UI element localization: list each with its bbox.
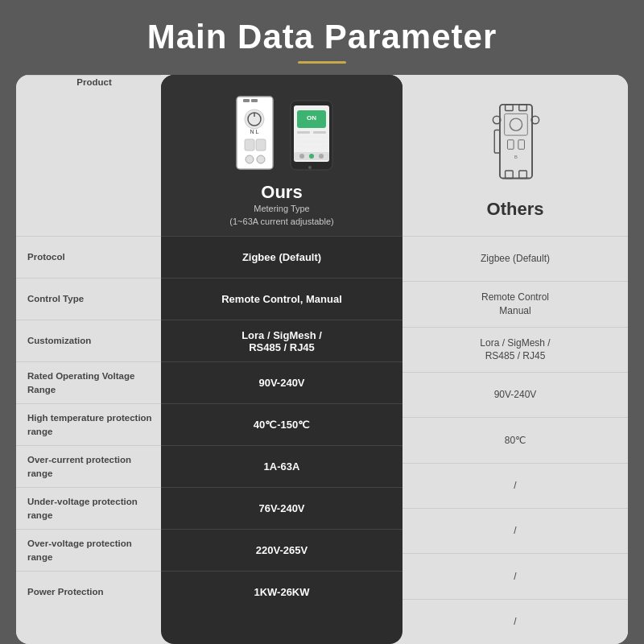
- ours-row-7: 220V-265V: [161, 529, 402, 571]
- others-header: B Others: [402, 75, 628, 236]
- ours-device-icon: N L: [229, 95, 281, 175]
- svg-text:N  L: N L: [250, 129, 258, 134]
- label-row-4: High temperature protection range: [16, 403, 161, 445]
- ours-row-8: 1KW-26KW: [161, 571, 402, 613]
- ours-app-icon: ON: [287, 99, 336, 171]
- svg-rect-1: [243, 99, 250, 102]
- ours-sublabel: Metering Type(1~63A current adjustable): [229, 203, 333, 228]
- others-row-5: /: [402, 463, 628, 508]
- others-row-8: /: [402, 599, 628, 644]
- svg-point-10: [257, 155, 265, 163]
- svg-rect-7: [245, 139, 254, 151]
- ours-label: Ours: [261, 182, 302, 203]
- others-label: Others: [479, 191, 552, 228]
- others-row-3: 90V-240V: [402, 372, 628, 417]
- svg-point-31: [510, 118, 522, 130]
- product-label-text: Product: [76, 76, 111, 89]
- svg-point-9: [246, 155, 254, 163]
- svg-point-24: [308, 166, 312, 169]
- ours-row-5: 1A-63A: [161, 445, 402, 487]
- ours-row-0: Zigbee (Default): [161, 236, 402, 278]
- svg-rect-8: [256, 139, 266, 151]
- label-row-6: Under-voltage protection range: [16, 487, 161, 529]
- others-row-0: Zigbee (Default): [402, 236, 628, 281]
- others-row-4: 80℃: [402, 417, 628, 462]
- label-row-2: Customization: [16, 320, 161, 361]
- ours-header: N L ON: [161, 75, 402, 236]
- svg-text:ON: ON: [307, 114, 316, 122]
- svg-point-22: [309, 154, 314, 159]
- label-row-0: Protocol: [16, 236, 161, 278]
- svg-point-23: [319, 154, 324, 159]
- label-row-1: Control Type: [16, 278, 161, 320]
- others-column: B Others Zigbee (Default)Remote ControlM…: [402, 75, 628, 644]
- label-row-5: Over-current protection range: [16, 445, 161, 487]
- ours-row-4: 40℃-150℃: [161, 403, 402, 445]
- svg-rect-15: [297, 131, 310, 134]
- label-row-8: Power Protection: [16, 571, 161, 613]
- svg-rect-16: [313, 131, 326, 134]
- others-device-icon: B: [489, 103, 542, 188]
- ours-column: N L ON: [161, 75, 402, 644]
- svg-rect-35: [518, 171, 526, 179]
- ours-row-6: 76V-240V: [161, 487, 402, 529]
- svg-rect-26: [505, 105, 513, 111]
- label-row-7: Over-voltage protection range: [16, 529, 161, 571]
- product-label-header: Product: [16, 75, 161, 236]
- comparison-table: Product ProtocolControl TypeCustomizatio…: [16, 75, 628, 644]
- svg-rect-17: [297, 136, 326, 138]
- svg-rect-32: [507, 140, 514, 149]
- svg-rect-19: [297, 146, 326, 147]
- label-row-3: Rated Operating Voltage Range: [16, 361, 161, 403]
- others-row-7: /: [402, 553, 628, 598]
- svg-rect-27: [518, 105, 526, 111]
- svg-rect-36: [494, 130, 500, 153]
- svg-rect-18: [297, 141, 326, 142]
- ours-product-images: N L ON: [229, 95, 336, 175]
- svg-rect-2: [251, 99, 258, 102]
- svg-point-21: [299, 154, 304, 159]
- labels-column: Product ProtocolControl TypeCustomizatio…: [16, 75, 161, 644]
- ours-row-3: 90V-240V: [161, 361, 402, 403]
- svg-rect-34: [505, 171, 513, 179]
- page-title: Main Data Parameter: [147, 0, 497, 61]
- others-row-6: /: [402, 508, 628, 553]
- others-row-1: Remote ControlManual: [402, 281, 628, 326]
- ours-row-2: Lora / SigMesh /RS485 / RJ45: [161, 320, 402, 361]
- svg-text:B: B: [514, 155, 518, 159]
- others-row-2: Lora / SigMesh /RS485 / RJ45: [402, 327, 628, 372]
- title-underline: [298, 61, 346, 64]
- ours-row-1: Remote Control, Manual: [161, 278, 402, 320]
- svg-rect-33: [518, 140, 524, 149]
- svg-rect-30: [504, 114, 527, 135]
